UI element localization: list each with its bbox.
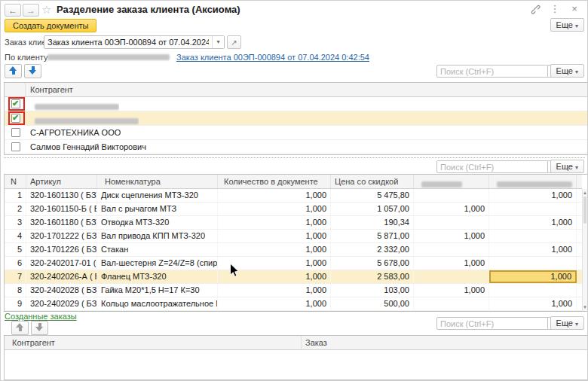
cell-qty[interactable]: 1,000 [218,203,331,215]
cell-article[interactable]: 320-2402029 ( БЗТ... [26,297,97,310]
cell-contractor1-qty[interactable] [414,270,489,283]
cell-qty[interactable]: 1,000 [218,270,331,283]
item-row[interactable]: 3 320-1601180 ( БЗТ... Отводка МТЗ-320 1… [5,216,582,230]
contractor-row[interactable]: Салмов Геннадий Викторович [5,140,587,154]
section-splitter-bottom[interactable] [4,311,585,312]
section-splitter-top[interactable] [4,157,585,158]
cell-article[interactable]: 320-1701226 ( БЗТ... [26,243,97,256]
cell-contractor1-qty[interactable] [414,297,489,310]
cell-article[interactable]: 320-2402026-А ( БЗ... [26,270,97,283]
scroll-down-icon[interactable]: ▼ [583,304,587,310]
cell-price[interactable]: 5 678,00 [331,257,414,270]
scrollbar-thumb[interactable] [583,197,586,224]
contractor-checkbox[interactable] [11,114,20,123]
cell-price[interactable]: 1 057,00 [331,203,414,215]
item-row[interactable]: 6 320-2402017-01 ( М... Вал-шестерня Z=2… [5,257,582,270]
more-button-items[interactable]: Еще▾ [550,160,584,173]
cell-article[interactable]: 320-1601130 ( БЗТ... [26,189,97,202]
customer-order-input[interactable] [44,36,212,48]
cell-contractor2-qty[interactable]: 1,000 [489,216,577,229]
cell-qty[interactable]: 1,000 [218,297,331,310]
contractor-row[interactable]: С-АГРОТЕХНИКА ООО [5,126,587,140]
cell-contractor2-qty[interactable]: 1,000 [489,270,577,283]
cell-nomenclature[interactable]: Диск сцепления МТЗ-320 [97,189,218,202]
create-documents-button[interactable]: Создать документы [5,19,96,32]
cell-contractor2-qty[interactable]: 1,000 [489,243,577,256]
more-button-contractors[interactable]: Еще▾ [550,64,584,78]
cell-qty[interactable]: 1,000 [218,243,331,256]
cell-contractor2-qty[interactable] [489,203,577,215]
cell-nomenclature[interactable]: Фланец МТЗ-320 [97,270,218,283]
cell-nomenclature[interactable]: Вал с рычагом МТЗ [97,203,218,215]
item-row[interactable]: 2 320-1601150-Б ( БЗ... Вал с рычагом МТ… [5,203,582,216]
dropdown-arrow-icon[interactable]: ▾ [212,36,224,48]
move-up-button[interactable] [5,64,22,78]
forward-button[interactable]: → [23,4,39,17]
favorite-star-icon[interactable]: ☆ [41,3,51,17]
cell-contractor2-qty[interactable]: 1,000 [489,189,577,202]
item-row[interactable]: 8 320-2402028 ( БЗТ... Гайка М20*1,5 Н=1… [5,284,582,297]
cell-nomenclature[interactable]: Вал-шестерня Z=24/Z=8 (спираль лев... [97,257,218,270]
cell-contractor1-qty[interactable]: 1,000 [414,284,489,297]
cell-nomenclature[interactable]: Отводка МТЗ-320 [97,216,218,229]
cell-contractor1-qty[interactable]: 1,000 [414,257,489,270]
order-link[interactable]: Заказ клиента 00ЭП-000894 от 07.04.2024 … [176,53,369,62]
more-button-top[interactable]: Еще▾ [550,18,584,32]
item-row[interactable]: 1 320-1601130 ( БЗТ... Диск сцепления МТ… [5,189,582,203]
cell-nomenclature[interactable]: Стакан [97,243,218,256]
cell-nomenclature[interactable]: Кольцо маслоотражательное МТЗ-320 [97,297,218,310]
cell-contractor2-qty[interactable] [489,257,577,270]
cell-article[interactable]: 320-1601180 ( БЗТ... [26,216,97,229]
cell-contractor2-qty[interactable] [489,230,577,242]
cell-qty[interactable]: 1,000 [218,284,331,297]
contractor-row[interactable] [5,111,587,126]
contractor-checkbox[interactable] [11,128,20,137]
more-button-created-orders[interactable]: Еще▾ [550,316,584,330]
contractor-checkbox[interactable] [11,142,20,151]
cell-contractor1-qty[interactable]: 1,000 [414,203,489,215]
contractor-checkbox[interactable] [11,99,20,108]
cell-price[interactable]: 2 583,00 [331,270,414,283]
items-vertical-scrollbar[interactable]: ▲ ▼ [582,189,587,311]
cell-price[interactable]: 500,00 [331,297,414,310]
cell-price[interactable]: 2 332,00 [331,243,414,256]
cell-price[interactable]: 5 475,80 [331,189,414,202]
item-row[interactable]: 4 320-1701222 ( БЗТ... Вал привода КПП М… [5,230,582,243]
cell-price[interactable]: 5 871,00 [331,230,414,242]
move-down-button[interactable] [24,64,41,78]
created-move-down-button[interactable] [31,321,48,335]
cell-article[interactable]: 320-1701222 ( БЗТ... [26,230,97,242]
cell-nomenclature[interactable]: Вал привода КПП МТЗ-320 [97,230,218,242]
cell-contractor1-qty[interactable] [414,216,489,229]
cell-qty[interactable]: 1,000 [218,189,331,202]
item-row[interactable]: 9 320-2402029 ( БЗТ... Кольцо маслоотраж… [5,297,582,311]
contractor-row[interactable] [5,97,587,111]
created-move-up-button[interactable] [11,321,29,335]
cell-contractor1-qty[interactable] [414,243,489,256]
cell-contractor1-qty[interactable]: 1,000 [414,230,489,242]
cell-article[interactable]: 320-1601150-Б ( БЗ... [26,203,97,215]
window-menu-button[interactable]: ⋮ [549,3,561,14]
cell-contractor2-qty[interactable] [489,284,577,297]
items-search-input[interactable] [436,160,548,173]
get-link-icon[interactable] [529,5,541,17]
item-row[interactable]: 7 320-2402026-А ( БЗ... Фланец МТЗ-320 1… [5,270,582,284]
cell-nomenclature[interactable]: Гайка М20*1,5 Н=17 К=30 [97,284,218,297]
cell-qty[interactable]: 1,000 [218,230,331,242]
created-orders-search-input[interactable] [436,317,548,330]
cell-qty[interactable]: 1,000 [218,257,331,270]
cell-contractor1-qty[interactable] [414,189,489,202]
cell-price[interactable]: 190,34 [331,216,414,229]
created-orders-link[interactable]: Созданные заказы [5,312,77,321]
cell-article[interactable]: 320-2402017-01 ( М... [26,257,97,270]
cell-contractor2-qty[interactable]: 1,000 [489,297,577,310]
open-order-button[interactable]: ↗ [227,35,241,49]
cell-article[interactable]: 320-2402028 ( БЗТ... [26,284,97,297]
scroll-up-icon[interactable]: ▲ [583,190,587,196]
contractors-search-input[interactable] [436,65,548,78]
back-button[interactable]: ← [5,4,21,17]
cell-price[interactable]: 103,00 [331,284,414,297]
cell-qty[interactable]: 1,000 [218,216,331,229]
close-button[interactable]: × [568,3,580,14]
item-row[interactable]: 5 320-1701226 ( БЗТ... Стакан 1,000 2 33… [5,243,582,257]
